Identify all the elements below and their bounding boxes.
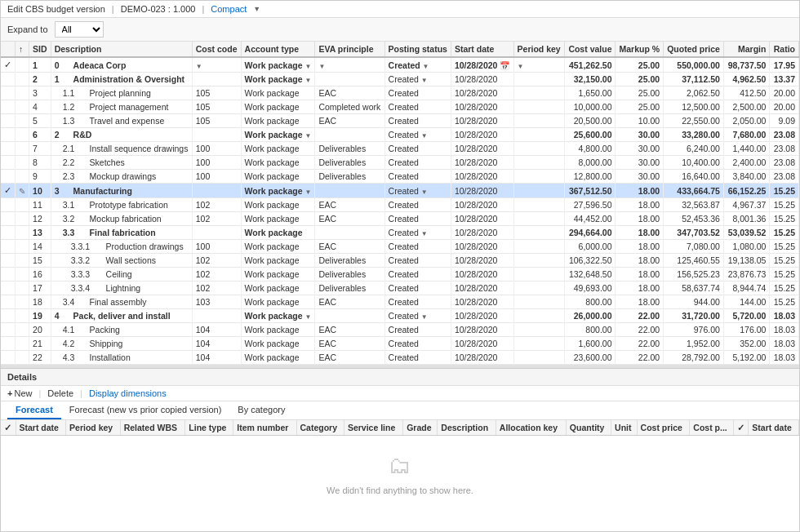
row-sid: 9 (29, 170, 51, 184)
table-row[interactable]: ✓10 Adeaca Corp ▼Work package ▼ ▼Created… (1, 57, 799, 73)
col-ratio[interactable]: Ratio (770, 42, 799, 57)
details-col-grade[interactable]: Grade (403, 420, 438, 436)
row-checkbox[interactable] (1, 323, 16, 337)
row-ratio: 15.25 (770, 254, 799, 268)
table-row[interactable]: 62 R&DWork package ▼Created ▼10/28/20202… (1, 128, 799, 142)
row-account-type: Work package (241, 295, 315, 309)
col-account-type[interactable]: Account type (241, 42, 315, 57)
details-col-service-line[interactable]: Service line (344, 420, 402, 436)
details-col-category[interactable]: Category (296, 420, 344, 436)
row-checkbox[interactable] (1, 170, 16, 184)
details-header-row: ✓ Start date Period key Related WBS Line… (1, 420, 799, 436)
col-sid[interactable]: SID (29, 42, 51, 57)
row-cost-value: 6,000.00 (564, 240, 616, 254)
details-col-description[interactable]: Description (438, 420, 496, 436)
table-row[interactable]: 92.3 Mockup drawings100Work packageDeliv… (1, 170, 799, 184)
row-checkbox[interactable]: ✓ (1, 184, 16, 198)
delete-button[interactable]: Delete (47, 388, 73, 398)
table-row[interactable]: 123.2 Mockup fabrication102Work packageE… (1, 212, 799, 226)
row-checkbox[interactable] (1, 282, 16, 295)
row-start-date: 10/28/2020 (451, 184, 513, 198)
table-row[interactable]: 153.3.2 Wall sections102Work packageDeli… (1, 254, 799, 268)
row-checkbox[interactable] (1, 240, 16, 254)
table-row[interactable]: 183.4 Final assembly103Work packageEACCr… (1, 295, 799, 309)
row-checkbox[interactable] (1, 351, 16, 365)
row-t (16, 226, 29, 240)
row-cost-code (192, 309, 241, 323)
details-col-period-key[interactable]: Period key (66, 420, 121, 436)
table-row[interactable]: 163.3.3 Ceiling102Work packageDeliverabl… (1, 268, 799, 282)
table-row[interactable]: 224.3 Installation104Work packageEACCrea… (1, 351, 799, 365)
row-checkbox[interactable] (1, 337, 16, 351)
view-label[interactable]: Compact (211, 4, 247, 14)
details-col-allocation-key[interactable]: Allocation key (496, 420, 566, 436)
row-checkbox[interactable] (1, 198, 16, 212)
row-quoted-price: 156,525.23 (664, 268, 724, 282)
details-col-item-number[interactable]: Item number (233, 420, 296, 436)
table-row[interactable]: 21 Administration & OversightWork packag… (1, 73, 799, 86)
row-checkbox[interactable] (1, 295, 16, 309)
table-row[interactable]: 214.2 Shipping104Work packageEACCreated1… (1, 337, 799, 351)
row-checkbox[interactable] (1, 114, 16, 128)
table-row[interactable]: 133.3 Final fabricationWork packageCreat… (1, 226, 799, 240)
table-row[interactable]: ✓✎103 ManufacturingWork package ▼Created… (1, 184, 799, 198)
details-col-related-wbs[interactable]: Related WBS (120, 420, 185, 436)
col-eva-principle[interactable]: EVA principle (315, 42, 384, 57)
table-row[interactable]: 143.3.1 Production drawings100Work packa… (1, 240, 799, 254)
row-checkbox[interactable] (1, 156, 16, 170)
details-col-start-date2[interactable]: Start date (749, 420, 799, 436)
col-t[interactable]: ↑ (16, 42, 29, 57)
row-checkbox[interactable]: ✓ (1, 57, 16, 73)
row-checkbox[interactable] (1, 100, 16, 114)
display-dimensions-button[interactable]: Display dimensions (89, 388, 167, 398)
col-markup-pct[interactable]: Markup % (616, 42, 664, 57)
row-checkbox[interactable] (1, 309, 16, 323)
col-cost-value[interactable]: Cost value (564, 42, 616, 57)
table-row[interactable]: 51.3 Travel and expense105Work packageEA… (1, 114, 799, 128)
cbs-table-area[interactable]: ↑ SID Description Cost code Account type… (1, 42, 799, 368)
row-markup-pct: 25.00 (616, 57, 664, 73)
col-description[interactable]: Description (51, 42, 192, 57)
row-start-date: 10/28/2020 (451, 337, 513, 351)
expand-select[interactable]: All (55, 21, 104, 38)
row-checkbox[interactable] (1, 226, 16, 240)
table-row[interactable]: 204.1 Packing104Work packageEACCreated10… (1, 323, 799, 337)
row-checkbox[interactable] (1, 86, 16, 100)
table-row[interactable]: 31.1 Project planning105Work packageEACC… (1, 86, 799, 100)
row-t (16, 295, 29, 309)
row-period-key (513, 128, 564, 142)
col-quoted-price[interactable]: Quoted price (664, 42, 724, 57)
new-button[interactable]: + New (7, 388, 32, 398)
details-col-line-type[interactable]: Line type (185, 420, 233, 436)
table-row[interactable]: 173.3.4 Lightning102Work packageDelivera… (1, 282, 799, 295)
tab-forecast-comparison[interactable]: Forecast (new vs prior copied version) (61, 401, 229, 419)
details-col-cost-p[interactable]: Cost p... (690, 420, 734, 436)
table-row[interactable]: 194 Pack, deliver and installWork packag… (1, 309, 799, 323)
row-checkbox[interactable] (1, 212, 16, 226)
col-margin[interactable]: Margin (723, 42, 769, 57)
row-checkbox[interactable] (1, 128, 16, 142)
row-account-type: Work package (241, 268, 315, 282)
row-description: 1 Administration & Oversight (51, 73, 192, 86)
row-posting-status: Created (384, 156, 451, 170)
row-checkbox[interactable] (1, 268, 16, 282)
row-checkbox[interactable] (1, 142, 16, 156)
col-posting-status[interactable]: Posting status (384, 42, 451, 57)
table-row[interactable]: 82.2 Sketches100Work packageDeliverables… (1, 156, 799, 170)
col-period-key[interactable]: Period key (513, 42, 564, 57)
col-start-date[interactable]: Start date (451, 42, 513, 57)
col-cost-code[interactable]: Cost code (192, 42, 241, 57)
details-col-start-date[interactable]: Start date (16, 420, 66, 436)
table-row[interactable]: 72.1 Install sequence drawings100Work pa… (1, 142, 799, 156)
details-col-cost-price[interactable]: Cost price (637, 420, 690, 436)
details-table-area[interactable]: ✓ Start date Period key Related WBS Line… (1, 420, 799, 531)
row-checkbox[interactable] (1, 73, 16, 86)
row-checkbox[interactable] (1, 254, 16, 268)
row-cost-value: 12,800.00 (564, 170, 616, 184)
details-col-unit[interactable]: Unit (611, 420, 638, 436)
table-row[interactable]: 113.1 Prototype fabrication102Work packa… (1, 198, 799, 212)
tab-forecast[interactable]: Forecast (7, 401, 61, 419)
table-row[interactable]: 41.2 Project management105Work packageCo… (1, 100, 799, 114)
tab-by-category[interactable]: By category (229, 401, 293, 419)
details-col-quantity[interactable]: Quantity (566, 420, 611, 436)
